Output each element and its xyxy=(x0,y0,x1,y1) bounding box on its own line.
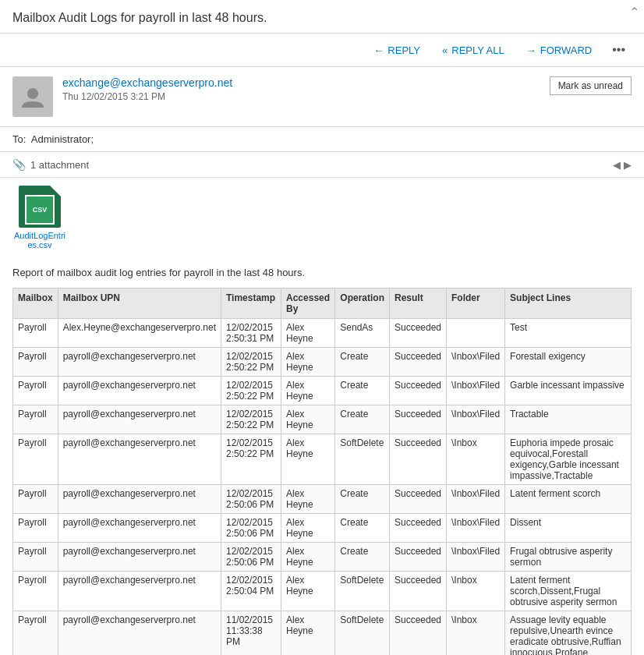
email-body: Report of mailbox audit log entries for … xyxy=(0,257,644,288)
table-cell: Latent ferment scorch,Dissent,Frugal obt… xyxy=(505,572,632,611)
table-cell: Succeeded xyxy=(389,348,446,377)
table-cell: payroll@exchangeserverpro.net xyxy=(58,485,221,514)
action-bar: REPLY REPLY ALL FORWARD ••• xyxy=(0,34,644,67)
table-row: Payrollpayroll@exchangeserverpro.net12/0… xyxy=(13,485,632,514)
table-cell: Payroll xyxy=(13,319,58,348)
table-cell: Succeeded xyxy=(389,405,446,434)
table-cell: payroll@exchangeserverpro.net xyxy=(58,543,221,572)
table-cell: Succeeded xyxy=(389,543,446,572)
reply-arrow-icon xyxy=(373,44,384,56)
col-timestamp: Timestamp xyxy=(221,289,281,319)
scroll-up-icon[interactable]: ⌃ xyxy=(629,5,639,19)
table-cell: Alex Heyne xyxy=(281,485,335,514)
next-attachment-icon[interactable]: ▶ xyxy=(624,159,632,171)
table-cell: Payroll xyxy=(13,485,58,514)
table-cell: 12/02/2015 2:50:31 PM xyxy=(221,319,281,348)
table-cell: Payroll xyxy=(13,405,58,434)
reply-button[interactable]: REPLY xyxy=(366,41,428,59)
table-cell: Succeeded xyxy=(389,434,446,485)
table-row: Payrollpayroll@exchangeserverpro.net12/0… xyxy=(13,514,632,543)
table-cell: \Inbox\Filed xyxy=(447,514,505,543)
table-cell: \Inbox\Filed xyxy=(447,377,505,405)
attachment-count: 📎 1 attachment xyxy=(12,158,89,171)
table-row: Payrollpayroll@exchangeserverpro.net12/0… xyxy=(13,543,632,572)
table-row: PayrollAlex.Heyne@exchangeserverpro.net1… xyxy=(13,319,632,348)
email-header: exchange@exchangeserverpro.net Thu 12/02… xyxy=(0,67,644,127)
table-cell: Frugal obtrusive asperity sermon xyxy=(505,543,632,572)
table-cell: Dissent xyxy=(505,514,632,543)
table-cell: Payroll xyxy=(13,348,58,377)
table-cell: Create xyxy=(335,543,390,572)
table-cell: Succeeded xyxy=(389,485,446,514)
table-cell: Tractable xyxy=(505,405,632,434)
table-cell: SoftDelete xyxy=(335,434,390,485)
table-row: Payrollpayroll@exchangeserverpro.net12/0… xyxy=(13,405,632,434)
table-cell: Assuage levity equable repulsive,Unearth… xyxy=(505,611,632,656)
table-cell: Alex Heyne xyxy=(281,405,335,434)
table-cell: payroll@exchangeserverpro.net xyxy=(58,377,221,405)
table-cell: 12/02/2015 2:50:22 PM xyxy=(221,377,281,405)
to-label: To: xyxy=(12,133,26,145)
table-cell: Alex Heyne xyxy=(281,434,335,485)
table-cell: Succeeded xyxy=(389,611,446,656)
table-cell: Alex Heyne xyxy=(281,319,335,348)
table-cell: \Inbox\Filed xyxy=(447,405,505,434)
table-cell: payroll@exchangeserverpro.net xyxy=(58,405,221,434)
table-cell: Payroll xyxy=(13,543,58,572)
table-cell: Forestall exigency xyxy=(505,348,632,377)
table-cell: payroll@exchangeserverpro.net xyxy=(58,572,221,611)
table-cell: Payroll xyxy=(13,514,58,543)
body-description: Report of mailbox audit log entries for … xyxy=(12,267,305,278)
email-to: To: Administrator; xyxy=(0,127,644,152)
table-cell: Succeeded xyxy=(389,319,446,348)
attachment-item[interactable]: CSV AuditLogEntries.csv xyxy=(12,186,67,250)
audit-log-table: Mailbox Mailbox UPN Timestamp Accessed B… xyxy=(12,288,632,655)
table-cell: Create xyxy=(335,348,390,377)
table-cell: Test xyxy=(505,319,632,348)
table-cell: Create xyxy=(335,377,390,405)
table-cell: Create xyxy=(335,405,390,434)
col-folder: Folder xyxy=(447,289,505,319)
table-row: Payrollpayroll@exchangeserverpro.net12/0… xyxy=(13,377,632,405)
prev-attachment-icon[interactable]: ◀ xyxy=(613,159,621,171)
table-cell: \Inbox\Filed xyxy=(447,348,505,377)
attachment-bar: 📎 1 attachment ◀ ▶ xyxy=(0,152,644,178)
table-cell: Create xyxy=(335,485,390,514)
table-cell: Alex Heyne xyxy=(281,611,335,656)
forward-button[interactable]: FORWARD xyxy=(518,41,600,59)
paperclip-icon: 📎 xyxy=(12,158,26,171)
table-cell: Payroll xyxy=(13,434,58,485)
sender-date: Thu 12/02/2015 3:21 PM xyxy=(62,91,540,102)
file-icon: CSV xyxy=(19,186,61,228)
sender-email[interactable]: exchange@exchangeserverpro.net xyxy=(62,76,540,89)
reply-all-button[interactable]: REPLY ALL xyxy=(434,41,512,59)
table-cell: Succeeded xyxy=(389,572,446,611)
col-result: Result xyxy=(389,289,446,319)
more-options-button[interactable]: ••• xyxy=(606,40,632,60)
table-cell: \Inbox xyxy=(447,611,505,656)
table-cell: \Inbox xyxy=(447,434,505,485)
table-row: Payrollpayroll@exchangeserverpro.net12/0… xyxy=(13,572,632,611)
col-subject-lines: Subject Lines xyxy=(505,289,632,319)
svg-point-0 xyxy=(27,88,38,99)
table-cell: payroll@exchangeserverpro.net xyxy=(58,434,221,485)
table-cell: Payroll xyxy=(13,611,58,656)
table-row: Payrollpayroll@exchangeserverpro.net11/0… xyxy=(13,611,632,656)
attachment-list: CSV AuditLogEntries.csv xyxy=(0,178,644,257)
table-cell: Succeeded xyxy=(389,377,446,405)
top-bar: Mailbox Audit Logs for payroll in last 4… xyxy=(0,0,644,34)
sender-info: exchange@exchangeserverpro.net Thu 12/02… xyxy=(62,76,540,102)
avatar xyxy=(12,76,53,117)
table-cell: payroll@exchangeserverpro.net xyxy=(58,348,221,377)
table-cell: 11/02/2015 11:33:38 PM xyxy=(221,611,281,656)
table-cell: SendAs xyxy=(335,319,390,348)
mark-unread-button[interactable]: Mark as unread xyxy=(550,76,632,95)
table-cell: Create xyxy=(335,514,390,543)
table-cell: 12/02/2015 2:50:22 PM xyxy=(221,434,281,485)
table-cell: Alex.Heyne@exchangeserverpro.net xyxy=(58,319,221,348)
file-icon-inner: CSV xyxy=(25,195,55,225)
table-cell: Euphoria impede prosaic equivocal,Forest… xyxy=(505,434,632,485)
file-type-label: CSV xyxy=(33,206,48,214)
table-cell: Alex Heyne xyxy=(281,348,335,377)
attachment-nav[interactable]: ◀ ▶ xyxy=(613,159,632,171)
